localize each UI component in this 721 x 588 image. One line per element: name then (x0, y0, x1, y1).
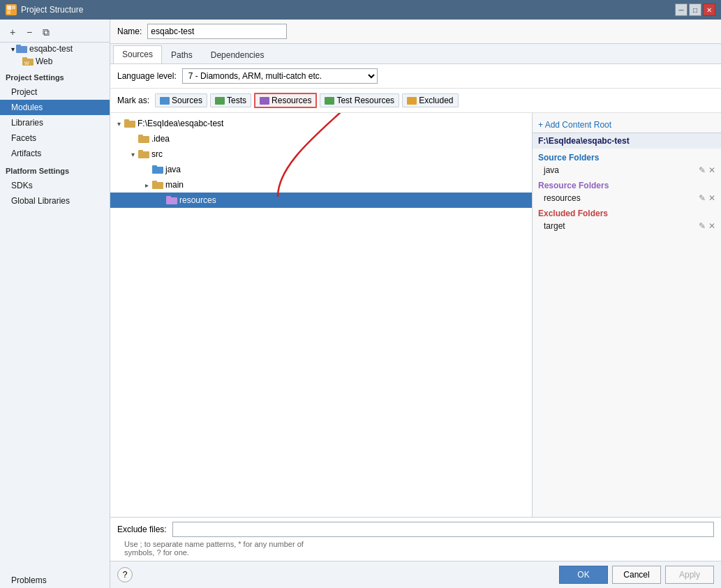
java-expand-icon (141, 164, 152, 175)
svg-rect-13 (138, 150, 143, 153)
mark-resources-label: Resources (272, 96, 311, 105)
language-level-label: Language level: (117, 71, 177, 81)
exclude-files-row: Exclude files: (117, 522, 714, 537)
sidebar-web-label: Web (36, 56, 52, 66)
source-folder-java-remove[interactable]: ✕ (708, 165, 715, 175)
resources-label: resources (179, 195, 216, 205)
mark-resources-button[interactable]: Resources (254, 93, 317, 108)
tab-dependencies[interactable]: Dependencies (202, 46, 274, 63)
sources-badge-icon (160, 97, 170, 105)
tree-node-main[interactable]: main (110, 177, 532, 193)
content-body: Language level: 7 - Diamonds, ARM, multi… (110, 64, 721, 561)
resources-folder-icon (166, 196, 177, 205)
main-label: main (165, 180, 184, 190)
name-label: Name: (117, 27, 142, 36)
sidebar-tree-web[interactable]: W Web (0, 55, 110, 68)
svg-rect-0 (7, 6, 11, 10)
resource-folder-row: resources ✎ ✕ (533, 192, 721, 204)
sidebar-item-libraries[interactable]: Libraries (0, 115, 110, 130)
mark-tests-button[interactable]: Tests (210, 93, 251, 107)
mark-excluded-button[interactable]: Excluded (402, 93, 458, 107)
svg-rect-19 (166, 196, 171, 199)
minimize-button[interactable]: ─ (675, 3, 687, 16)
excluded-folder-edit[interactable]: ✎ (699, 221, 706, 231)
exclude-files-input[interactable] (172, 522, 714, 537)
src-expand-icon[interactable] (127, 149, 138, 160)
exclude-files-label: Exclude files: (117, 525, 167, 534)
help-button[interactable]: ? (117, 567, 133, 582)
bottom-section: Exclude files: Use ; to separate name pa… (110, 517, 721, 561)
source-folder-java-row: java ✎ ✕ (533, 164, 721, 176)
cancel-button[interactable]: Cancel (612, 566, 661, 584)
content-area: Name: Sources Paths Dependencies Languag… (110, 20, 721, 588)
language-level-select[interactable]: 7 - Diamonds, ARM, multi-catch etc.8 - L… (182, 68, 378, 84)
idea-expand-icon (127, 133, 138, 144)
remove-module-button[interactable]: − (22, 25, 36, 39)
name-input[interactable] (147, 24, 287, 39)
ok-button[interactable]: OK (559, 566, 608, 584)
name-bar: Name: (110, 20, 721, 44)
sidebar-item-sdks[interactable]: SDKs (0, 178, 110, 193)
apply-button[interactable]: Apply (665, 566, 714, 584)
excluded-badge-icon (407, 97, 417, 105)
add-module-button[interactable]: + (6, 25, 20, 39)
exclude-files-hint-line2: symbols, ? for one. (117, 548, 714, 557)
maximize-button[interactable]: □ (689, 3, 701, 16)
svg-rect-6 (22, 57, 27, 60)
sidebar-item-modules[interactable]: Modules (0, 100, 110, 115)
expand-icon: ▾ (11, 45, 15, 53)
title-bar: Project Structure ─ □ ✕ (0, 0, 721, 20)
resources-expand-icon (155, 195, 166, 206)
mark-as-bar: Mark as: Sources Tests Resources Test Re… (110, 89, 721, 113)
idea-folder-icon (138, 135, 149, 144)
tree-node-java[interactable]: java (110, 162, 532, 177)
excluded-folder-remove[interactable]: ✕ (708, 221, 715, 231)
tree-node-root[interactable]: F:\EsqIdea\esqabc-test (110, 116, 532, 131)
exclude-files-hint-line1: Use ; to separate name patterns, * for a… (117, 540, 714, 548)
source-folder-java-edit[interactable]: ✎ (699, 165, 706, 175)
svg-rect-9 (124, 119, 129, 122)
tree-node-idea[interactable]: .idea (110, 131, 532, 146)
add-content-root-button[interactable]: + Add Content Root (533, 117, 721, 133)
src-label: src (151, 149, 163, 159)
right-panel: + Add Content Root F:\EsqIdea\esqabc-tes… (533, 113, 721, 517)
sidebar-item-project[interactable]: Project (0, 84, 110, 100)
sidebar-item-global-libs[interactable]: Global Libraries (0, 193, 110, 209)
root-expand-icon[interactable] (113, 118, 124, 129)
main-expand-icon[interactable] (141, 179, 152, 190)
root-folder-icon (124, 119, 135, 128)
tab-paths[interactable]: Paths (162, 46, 202, 63)
mark-test-resources-button[interactable]: Test Resources (320, 93, 399, 107)
sidebar-item-artifacts[interactable]: Artifacts (0, 146, 110, 161)
resource-folder-remove[interactable]: ✕ (708, 193, 715, 203)
svg-rect-15 (152, 165, 157, 168)
source-folders-title: Source Folders (533, 149, 721, 164)
platform-settings-label: Platform Settings (0, 161, 110, 178)
mark-sources-button[interactable]: Sources (155, 93, 207, 107)
mark-sources-label: Sources (172, 96, 202, 105)
module-icon (16, 45, 27, 54)
sidebar-tree-root[interactable]: ▾ esqabc-test (0, 43, 110, 55)
excluded-folders-title: Excluded Folders (533, 204, 721, 220)
tree-node-src[interactable]: src (110, 146, 532, 162)
close-button[interactable]: ✕ (703, 3, 715, 16)
tab-sources[interactable]: Sources (113, 45, 162, 63)
mark-tests-label: Tests (227, 96, 246, 105)
module-tabs: Sources Paths Dependencies (110, 44, 721, 64)
project-settings-label: Project Settings (0, 68, 110, 84)
tree-node-resources[interactable]: resources (110, 193, 532, 208)
sidebar-toolbar: + − ⧉ (0, 22, 110, 43)
language-level-bar: Language level: 7 - Diamonds, ARM, multi… (110, 64, 721, 89)
resource-folder-edit[interactable]: ✎ (699, 193, 706, 203)
sidebar-item-problems[interactable]: Problems (0, 573, 110, 588)
svg-rect-11 (138, 135, 143, 137)
file-tree-panel[interactable]: F:\EsqIdea\esqabc-test .idea (110, 113, 533, 517)
copy-module-button[interactable]: ⧉ (39, 25, 53, 39)
svg-rect-17 (152, 181, 157, 183)
sidebar-item-facets[interactable]: Facets (0, 130, 110, 146)
root-label: F:\EsqIdea\esqabc-test (137, 119, 223, 128)
excluded-folder-row: target ✎ ✕ (533, 220, 721, 232)
add-content-root-label: + Add Content Root (538, 120, 611, 130)
dialog-footer: ? OK Cancel Apply (110, 561, 721, 588)
idea-label: .idea (151, 134, 170, 144)
